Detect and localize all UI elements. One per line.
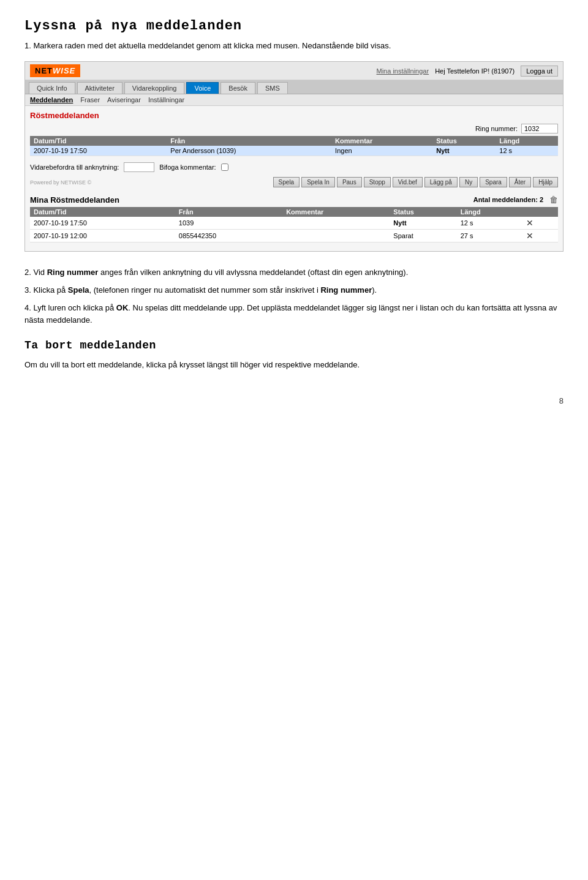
tab-voice[interactable]: Voice bbox=[186, 82, 219, 94]
cell-from: Per Andersson (1039) bbox=[167, 146, 331, 156]
main-content: Röstmeddelanden Ring nummer: Datum/Tid F… bbox=[25, 106, 563, 251]
comment-checkbox[interactable] bbox=[221, 164, 228, 171]
mina-col-date: Datum/Tid bbox=[30, 207, 175, 217]
btn-spela-in[interactable]: Spela In bbox=[301, 177, 335, 187]
tab-besok[interactable]: Besök bbox=[221, 82, 255, 94]
btn-vidbef[interactable]: Vid.bef bbox=[393, 177, 423, 187]
body-text-3: 3. Klicka på Spela, (telefonen ringer nu… bbox=[24, 284, 564, 297]
ring-number-input[interactable] bbox=[521, 124, 558, 134]
section-title: Röstmeddelanden bbox=[30, 111, 558, 120]
cell-date: 2007-10-19 17:50 bbox=[30, 146, 167, 156]
cell-from: 0855442350 bbox=[175, 230, 282, 243]
cell-status: Sparat bbox=[390, 230, 456, 243]
cell-from: 1039 bbox=[175, 217, 282, 230]
cell-comment: Ingen bbox=[331, 146, 432, 156]
col-length: Längd bbox=[496, 136, 558, 146]
mina-messages-table: Datum/Tid Från Kommentar Status Längd 20… bbox=[30, 207, 558, 243]
mina-col-length: Längd bbox=[457, 207, 523, 217]
intro-text: 1. Markera raden med det aktuella meddel… bbox=[24, 41, 564, 50]
btn-spara[interactable]: Spara bbox=[480, 177, 507, 187]
cell-date: 2007-10-19 17:50 bbox=[30, 217, 175, 230]
sub-nav: Meddelanden Fraser Aviseringar Inställni… bbox=[25, 94, 563, 106]
tab-aktiviteter[interactable]: Aktiviteter bbox=[77, 82, 123, 94]
forward-row: Vidarebefordra till anknytning: Bifoga k… bbox=[30, 160, 558, 175]
tab-sms[interactable]: SMS bbox=[257, 82, 288, 94]
logout-button[interactable]: Logga ut bbox=[521, 66, 558, 77]
button-row: Powered by NETWISE © Spela Spela In Paus… bbox=[30, 175, 558, 190]
subnav-aviseringar[interactable]: Aviseringar bbox=[107, 96, 141, 103]
col-status: Status bbox=[432, 136, 496, 146]
subnav-fraser[interactable]: Fraser bbox=[80, 96, 100, 103]
cell-comment bbox=[282, 230, 390, 243]
cell-delete[interactable]: ✕ bbox=[522, 230, 558, 243]
top-bar: NETWISE Mina inställningar Hej Testtelef… bbox=[25, 62, 563, 80]
forward-label: Vidarebefordra till anknytning: bbox=[30, 164, 119, 171]
cell-length: 12 s bbox=[457, 217, 523, 230]
col-comment: Kommentar bbox=[331, 136, 432, 146]
cell-status: Nytt bbox=[432, 146, 496, 156]
page-title: Lyssna på nya meddelanden bbox=[24, 18, 564, 34]
mina-header: Mina Röstmeddelanden Antal meddelanden: … bbox=[30, 195, 558, 205]
cell-delete[interactable]: ✕ bbox=[522, 217, 558, 230]
mina-col-from: Från bbox=[175, 207, 282, 217]
subnav-installningar[interactable]: Inställningar bbox=[148, 96, 184, 103]
subnav-meddelanden[interactable]: Meddelanden bbox=[30, 96, 73, 103]
cell-date: 2007-10-19 12:00 bbox=[30, 230, 175, 243]
greeting-text: Hej Testtelefon IP! (81907) bbox=[435, 67, 514, 75]
body-text-2: 2. Vid Ring nummer anges från vilken ank… bbox=[24, 266, 564, 279]
tab-vidarekoppling[interactable]: Vidarekoppling bbox=[124, 82, 185, 94]
mina-col-delete bbox=[522, 207, 558, 217]
section2-heading: Ta bort meddelanden bbox=[24, 339, 564, 352]
logo: NETWISE bbox=[30, 64, 80, 77]
btn-spela[interactable]: Spela bbox=[273, 177, 300, 187]
cell-length: 27 s bbox=[457, 230, 523, 243]
mina-section: Mina Röstmeddelanden Antal meddelanden: … bbox=[30, 195, 558, 243]
table-row[interactable]: 2007-10-19 17:50 Per Andersson (1039) In… bbox=[30, 146, 558, 156]
mina-col-comment: Kommentar bbox=[282, 207, 390, 217]
section2-text: Om du vill ta bort ett meddelande, klick… bbox=[24, 359, 564, 372]
col-from: Från bbox=[167, 136, 331, 146]
cell-comment bbox=[282, 217, 390, 230]
btn-hjalp[interactable]: Hjälp bbox=[533, 177, 558, 187]
btn-paus[interactable]: Paus bbox=[337, 177, 362, 187]
mina-col-status: Status bbox=[390, 207, 456, 217]
ring-number-row: Ring nummer: bbox=[30, 124, 558, 134]
trash-icon[interactable]: 🗑 bbox=[549, 195, 558, 205]
cell-status: Nytt bbox=[390, 217, 456, 230]
delete-icon[interactable]: ✕ bbox=[526, 231, 533, 241]
table-row[interactable]: 2007-10-19 17:50 1039 Nytt 12 s ✕ bbox=[30, 217, 558, 230]
body-section-2: 2. Vid Ring nummer anges från vilken ank… bbox=[24, 266, 564, 327]
mina-title: Mina Röstmeddelanden bbox=[30, 195, 119, 205]
comment-label: Bifoga kommentar: bbox=[159, 164, 216, 171]
forward-input[interactable] bbox=[124, 162, 154, 172]
tab-quick-info[interactable]: Quick Info bbox=[29, 82, 75, 94]
top-right: Mina inställningar Hej Testtelefon IP! (… bbox=[377, 66, 558, 77]
btn-stopp[interactable]: Stopp bbox=[364, 177, 391, 187]
messages-table: Datum/Tid Från Kommentar Status Längd 20… bbox=[30, 136, 558, 156]
body-text-4: 4. Lyft luren och klicka på OK. Nu spela… bbox=[24, 302, 564, 328]
btn-ny[interactable]: Ny bbox=[459, 177, 478, 187]
nav-tabs: Quick Info Aktiviteter Vidarekoppling Vo… bbox=[25, 80, 563, 94]
settings-link[interactable]: Mina inställningar bbox=[377, 67, 429, 75]
btn-lagg-pa[interactable]: Lägg på bbox=[424, 177, 458, 187]
delete-icon[interactable]: ✕ bbox=[526, 218, 533, 228]
page-number: 8 bbox=[24, 396, 564, 405]
table-row[interactable]: 2007-10-19 12:00 0855442350 Sparat 27 s … bbox=[30, 230, 558, 243]
btn-ater[interactable]: Åter bbox=[509, 177, 531, 187]
cell-length: 12 s bbox=[496, 146, 558, 156]
ui-screenshot: NETWISE Mina inställningar Hej Testtelef… bbox=[24, 61, 564, 252]
btn-group: Spela Spela In Paus Stopp Vid.bef Lägg p… bbox=[273, 177, 558, 187]
mina-count: Antal meddelanden: 2 bbox=[473, 196, 543, 203]
ring-number-label: Ring nummer: bbox=[475, 125, 518, 132]
col-date: Datum/Tid bbox=[30, 136, 167, 146]
powered-by: Powered by NETWISE © bbox=[30, 179, 91, 186]
section2-body: Om du vill ta bort ett meddelande, klick… bbox=[24, 359, 564, 372]
